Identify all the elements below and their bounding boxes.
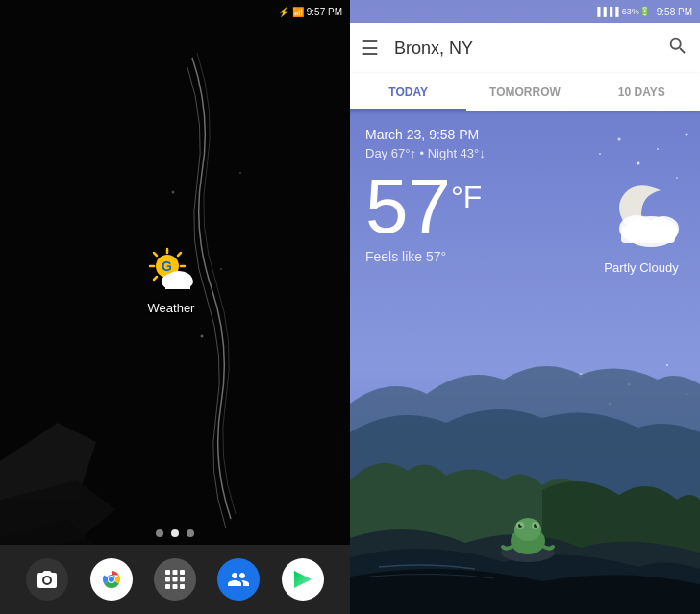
contacts-icon[interactable]	[217, 558, 260, 601]
svg-rect-33	[180, 577, 185, 582]
date-time: March 23, 9:58 PM	[365, 127, 685, 142]
svg-text:G: G	[162, 258, 172, 274]
signal-icon-right: ▐▐▐▐	[594, 7, 619, 16]
svg-rect-32	[172, 577, 177, 582]
svg-point-58	[536, 524, 538, 526]
camera-icon[interactable]	[26, 558, 68, 601]
weather-app-label: Weather	[148, 301, 195, 315]
search-bar: ☰ Bronx, NY	[350, 23, 700, 73]
weather-app-icon[interactable]: G Weather	[138, 245, 204, 315]
right-panel: ▐▐▐▐ 63%🔋 9:58 PM ☰ Bronx, NY TODAY TOMO…	[350, 0, 700, 614]
tab-10days[interactable]: 10 DAYS	[584, 73, 700, 111]
apps-icon[interactable]	[154, 558, 196, 601]
svg-rect-28	[165, 570, 170, 575]
dock	[0, 545, 350, 614]
svg-rect-31	[165, 577, 170, 582]
status-icons-right: ▐▐▐▐ 63%🔋 9:58 PM	[594, 7, 692, 17]
temp-unit: °F	[451, 180, 482, 215]
svg-rect-30	[180, 570, 185, 575]
signal-icon: 📶	[292, 7, 304, 17]
svg-rect-35	[172, 584, 177, 589]
tab-tomorrow[interactable]: TOMORROW	[466, 73, 583, 111]
svg-point-27	[109, 577, 114, 582]
chrome-icon[interactable]	[90, 558, 133, 601]
left-panel: ⚡ 📶 9:57 PM	[0, 0, 350, 614]
svg-point-1	[172, 191, 175, 194]
battery-right: 63%🔋	[622, 7, 650, 16]
svg-rect-34	[165, 584, 170, 589]
svg-rect-62	[621, 226, 675, 243]
search-icon[interactable]	[667, 36, 688, 61]
tab-today[interactable]: TODAY	[350, 73, 466, 111]
weather-content: March 23, 9:58 PM Day 67°↑ • Night 43°↓ …	[350, 111, 700, 290]
bluetooth-icon: ⚡	[278, 7, 289, 17]
svg-point-57	[520, 524, 522, 526]
condition-label: Partly Cloudy	[604, 260, 678, 275]
time-left: 9:57 PM	[307, 7, 342, 17]
svg-point-3	[201, 335, 204, 338]
page-dots	[156, 529, 194, 537]
weather-condition: Partly Cloudy	[598, 176, 685, 275]
play-icon[interactable]	[282, 558, 324, 601]
svg-point-4	[239, 172, 241, 174]
dot-2	[171, 529, 179, 537]
status-bar-left: ⚡ 📶 9:57 PM	[0, 0, 350, 23]
svg-point-46	[666, 364, 668, 366]
svg-line-18	[154, 277, 157, 280]
svg-line-15	[154, 253, 157, 256]
hamburger-menu[interactable]: ☰	[362, 37, 379, 60]
svg-point-52	[514, 518, 541, 541]
dot-3	[187, 529, 194, 537]
location-text[interactable]: Bronx, NY	[394, 38, 667, 59]
svg-rect-36	[180, 584, 185, 589]
svg-rect-29	[172, 570, 177, 575]
feels-like: Feels like 57°	[365, 249, 482, 264]
svg-rect-22	[165, 280, 190, 289]
status-icons-left: ⚡ 📶 9:57 PM	[278, 7, 342, 17]
status-bar-right: ▐▐▐▐ 63%🔋 9:58 PM	[350, 0, 700, 23]
weather-icon: G	[146, 245, 196, 295]
temperature-section: 57 °F Feels like 57°	[365, 168, 482, 264]
temp-range: Day 67°↑ • Night 43°↓	[365, 146, 685, 160]
condition-icon	[598, 176, 685, 253]
time-right: 9:58 PM	[657, 7, 692, 17]
svg-point-2	[220, 268, 222, 270]
dot-1	[156, 529, 163, 537]
weather-tabs: TODAY TOMORROW 10 DAYS	[350, 73, 700, 111]
svg-line-17	[178, 253, 181, 256]
temperature-value: 57	[365, 168, 451, 245]
